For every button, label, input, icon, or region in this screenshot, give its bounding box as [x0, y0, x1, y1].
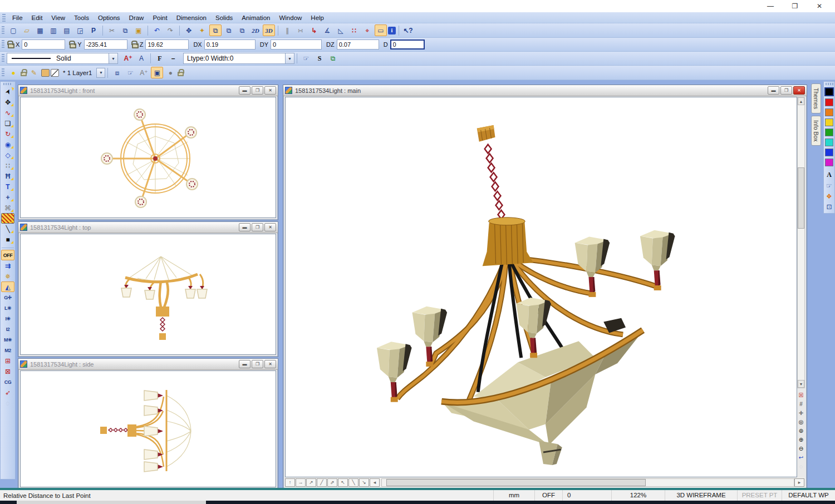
f-style-button[interactable]: F — [154, 53, 166, 65]
undo-button[interactable]: ↶ — [151, 24, 163, 36]
menu-point[interactable]: Point — [148, 12, 171, 23]
properties-button[interactable]: i — [388, 27, 396, 34]
top-restore-button[interactable]: ❐ — [252, 223, 263, 231]
plus-icon[interactable]: ✚ — [797, 408, 805, 417]
style-apply-button[interactable]: ⧉ — [327, 53, 339, 65]
zoom-window-icon[interactable]: ◎ — [797, 417, 805, 426]
hscroll-right-icon[interactable]: ▸ — [794, 478, 804, 487]
point-snap-button[interactable]: ➶ — [1, 387, 14, 398]
layer-pencil-icon[interactable]: ✎ — [28, 67, 40, 78]
text-tool[interactable]: T — [1, 181, 14, 192]
box-snap-button[interactable]: ⊞ — [1, 355, 14, 366]
color-blue-swatch[interactable] — [825, 149, 833, 156]
font-button[interactable]: A — [135, 53, 148, 65]
toolbar-grip[interactable] — [2, 26, 4, 35]
font-grow-button[interactable]: A⁺ — [122, 53, 134, 65]
structure-tool[interactable]: ⌘ — [1, 202, 14, 213]
color-cyan-swatch[interactable] — [825, 139, 833, 146]
magic-wand-button[interactable]: ✵ — [1, 271, 14, 281]
front-restore-button[interactable]: ❐ — [252, 86, 263, 95]
spline-button[interactable]: S — [313, 53, 326, 65]
grid-toggle-icon[interactable]: # — [797, 399, 805, 408]
side-close-button[interactable]: ✕ — [264, 360, 276, 368]
color-magenta-swatch[interactable] — [825, 159, 833, 166]
z-input[interactable] — [145, 39, 189, 50]
status-snap[interactable]: OFF — [534, 490, 562, 501]
top-viewport-canvas[interactable] — [20, 234, 276, 355]
layer-color-swatch[interactable] — [41, 69, 50, 77]
palette-icon[interactable]: ❖ — [824, 191, 834, 201]
polygon-tool[interactable]: ◇ — [1, 150, 14, 160]
menu-window[interactable]: Window — [274, 12, 306, 23]
color-yellow-swatch[interactable] — [825, 118, 833, 126]
view-downright-button[interactable]: ↘ — [359, 478, 369, 487]
app-minimize-button[interactable]: — — [758, 0, 783, 12]
linestyle-combo[interactable]: Solid ▼ — [7, 53, 118, 64]
menu-file[interactable]: File — [8, 12, 27, 23]
side-window-titlebar[interactable]: 1581317534Light : side ▬ ❐ ✕ — [18, 359, 278, 370]
scroll-down-icon[interactable]: ▼ — [798, 380, 804, 388]
pick-tool-icon[interactable]: ☞ — [824, 181, 834, 190]
top-close-button[interactable]: ✕ — [264, 223, 276, 231]
print-preview-button[interactable]: ▤ — [61, 24, 73, 36]
snap-off-button[interactable]: OFF — [1, 250, 14, 260]
color-red-swatch[interactable] — [825, 98, 833, 106]
view-diag3-button[interactable]: ╲ — [348, 478, 358, 487]
main-restore-button[interactable]: ❐ — [780, 86, 792, 95]
viewport-3-button[interactable]: ⧉ — [236, 24, 248, 36]
ltype-dropdown-icon[interactable]: ▼ — [285, 53, 294, 63]
circle-tool[interactable]: ◉ — [1, 139, 14, 150]
layer-clipboard-button[interactable]: ▣ — [151, 67, 163, 78]
style-grip[interactable] — [2, 54, 4, 63]
vscroll-thumb[interactable] — [798, 167, 804, 229]
layer-grip[interactable] — [2, 68, 4, 77]
view-upright-button[interactable]: ↗ — [306, 478, 316, 487]
side-viewport-canvas[interactable] — [20, 370, 276, 487]
paste-button[interactable]: ▣ — [132, 24, 145, 36]
menu-tools[interactable]: Tools — [70, 12, 94, 23]
view-right-button[interactable]: → — [296, 478, 306, 487]
redo-button[interactable]: ↷ — [164, 24, 176, 36]
plot-button[interactable]: P — [87, 24, 100, 36]
grid-snap-button[interactable]: G✛ — [1, 292, 14, 303]
redraw-button[interactable]: ✦ — [196, 24, 208, 36]
face-snap-button[interactable]: ◭ — [1, 281, 14, 292]
app-close-button[interactable]: ✕ — [807, 0, 832, 12]
menu-animation[interactable]: Animation — [237, 12, 274, 23]
side-minimize-button[interactable]: ▬ — [239, 360, 250, 368]
dz-input[interactable] — [337, 39, 379, 50]
solids-tool[interactable]: ❏ — [1, 118, 14, 129]
x-input[interactable] — [22, 39, 65, 50]
d-input[interactable] — [390, 39, 425, 50]
menu-edit[interactable]: Edit — [27, 12, 47, 23]
viewports-button[interactable]: ⧉ — [209, 24, 222, 36]
cut-button[interactable]: ✂ — [106, 24, 118, 36]
linestyle-dropdown-icon[interactable]: ▼ — [109, 53, 117, 63]
main-minimize-button[interactable]: ▬ — [768, 86, 779, 95]
style-pick-icon[interactable]: ☞ — [300, 53, 312, 65]
font-tool-icon[interactable]: A — [824, 170, 834, 180]
zoom-out-icon[interactable]: ⊖ — [797, 444, 805, 453]
side-restore-button[interactable]: ❐ — [252, 360, 263, 368]
x-lock-icon[interactable] — [8, 43, 14, 48]
main-viewport-canvas[interactable] — [285, 97, 797, 477]
app-restore-button[interactable]: ❐ — [783, 0, 807, 12]
menu-dimension[interactable]: Dimension — [172, 12, 211, 23]
midpoint-snap-button[interactable]: M✳ — [1, 334, 14, 345]
front-minimize-button[interactable]: ▬ — [239, 86, 250, 95]
main-close-button[interactable]: ✕ — [793, 86, 805, 95]
zoom-extents-icon[interactable]: ⊛ — [797, 426, 805, 435]
top-window-titlebar[interactable]: 1581317534Light : top ▬ ❐ ✕ — [18, 222, 278, 233]
pan-button[interactable]: ✥ — [183, 24, 195, 36]
palette-grip[interactable] — [826, 83, 833, 85]
main-vertical-scrollbar[interactable]: ▲ ▼ — [797, 97, 805, 388]
main-horizontal-scrollbar[interactable] — [381, 478, 794, 487]
new-file-button[interactable]: ▢ — [7, 24, 19, 36]
layer-linetype-swatch[interactable] — [51, 69, 59, 77]
copy-button[interactable]: ⧉ — [119, 24, 131, 36]
menu-help[interactable]: Help — [306, 12, 328, 23]
view-up-button[interactable]: ↑ — [285, 478, 295, 487]
menu-grip[interactable] — [2, 14, 6, 22]
menu-solids[interactable]: Solids — [211, 12, 237, 23]
fill-tool[interactable]: ■ — [1, 234, 14, 245]
